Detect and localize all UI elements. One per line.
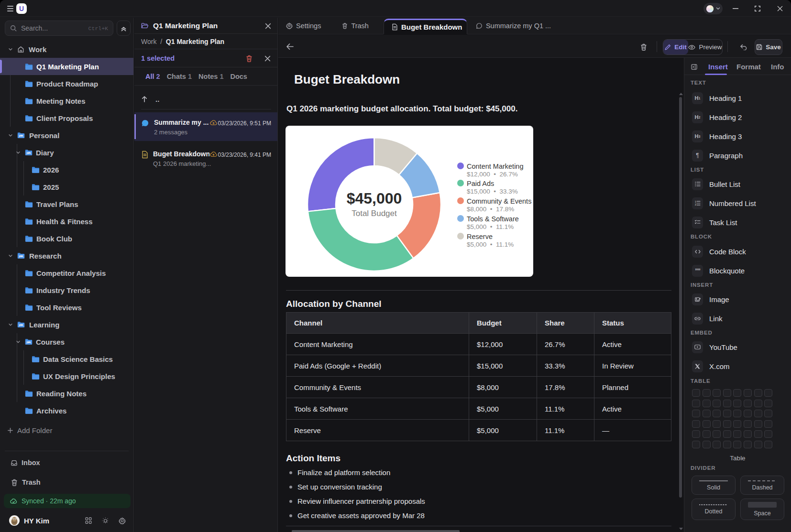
svg-text:$12,000 • 26.7%: $12,000 • 26.7% xyxy=(467,171,518,178)
svg-text:Content Marketing: Content Marketing xyxy=(467,163,523,170)
svg-text:Total Budget: Total Budget xyxy=(352,209,397,218)
svg-text:Community & Events: Community & Events xyxy=(467,197,531,205)
svg-text:$5,000 • 11.1%: $5,000 • 11.1% xyxy=(467,223,514,230)
svg-text:Paid Ads: Paid Ads xyxy=(467,180,494,187)
svg-text:1: 1 xyxy=(695,201,696,203)
svg-text:Reserve: Reserve xyxy=(467,233,493,240)
svg-text:2: 2 xyxy=(695,204,696,206)
svg-text:$8,000 • 17.8%: $8,000 • 17.8% xyxy=(467,206,514,213)
svg-text:Tools & Software: Tools & Software xyxy=(467,215,519,223)
svg-text:$15,000 • 33.3%: $15,000 • 33.3% xyxy=(467,188,518,195)
svg-text:$45,000: $45,000 xyxy=(347,190,402,207)
svg-text:$5,000 • 11.1%: $5,000 • 11.1% xyxy=(467,241,514,248)
